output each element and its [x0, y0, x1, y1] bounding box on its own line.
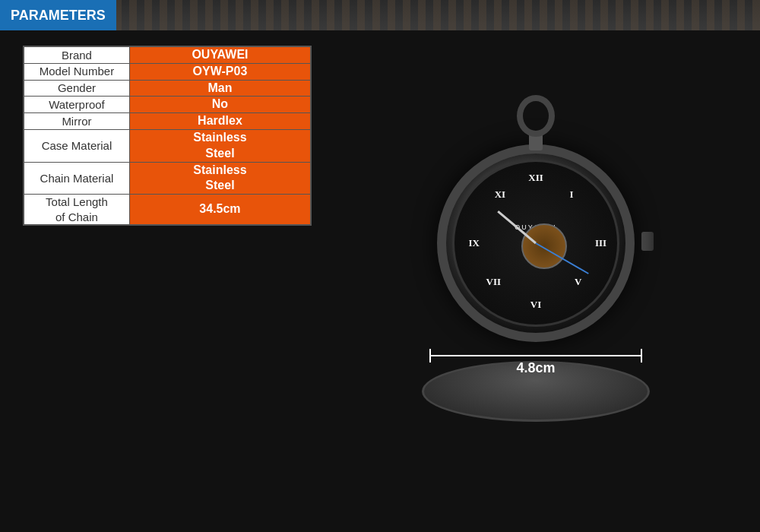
param-label-6: Chain Material	[24, 162, 129, 195]
param-label-4: Mirror	[24, 113, 129, 130]
dimension-label: 4.8cm	[516, 360, 555, 376]
watch-face: OUYAWEI XII III VI IX I XI VII V	[452, 160, 619, 327]
watch-ring	[517, 95, 555, 137]
watch-crown	[641, 232, 654, 251]
param-label-0: Brand	[24, 46, 129, 63]
param-value-7: 34.5cm	[129, 195, 311, 226]
param-value-1: OYW-P03	[129, 63, 311, 80]
param-label-3: Waterproof	[24, 97, 129, 113]
param-value-0: OUYAWEI	[129, 46, 311, 63]
numeral-12: XII	[528, 172, 543, 184]
parameters-badge: PARAMETERS	[0, 0, 116, 30]
table-row: MirrorHardlex	[24, 113, 311, 130]
param-label-7: Total Length of Chain	[24, 195, 129, 226]
param-value-4: Hardlex	[129, 113, 311, 130]
numeral-1: I	[570, 188, 574, 201]
watch-panel: OUYAWEI XII III VI IX I XI VII V	[312, 30, 760, 532]
param-value-5: Stainless Steel	[129, 129, 311, 162]
table-row: Chain MaterialStainless Steel	[24, 162, 311, 195]
table-row: Total Length of Chain34.5cm	[24, 195, 311, 226]
watch-container: OUYAWEI XII III VI IX I XI VII V	[391, 80, 680, 460]
numeral-7: VII	[486, 276, 502, 288]
param-label-1: Model Number	[24, 63, 129, 80]
param-label-5: Case Material	[24, 129, 129, 162]
numeral-5: V	[575, 276, 581, 288]
watch-case: OUYAWEI XII III VI IX I XI VII V	[437, 144, 635, 342]
main-content: BrandOUYAWEIModel NumberOYW-P03GenderMan…	[0, 30, 760, 532]
param-value-3: No	[129, 97, 311, 113]
numeral-3: III	[595, 237, 606, 249]
numeral-9: IX	[468, 237, 479, 249]
dimension-line	[429, 355, 642, 356]
param-value-2: Man	[129, 80, 311, 97]
table-row: Case MaterialStainless Steel	[24, 129, 311, 162]
table-row: GenderMan	[24, 80, 311, 97]
param-label-2: Gender	[24, 80, 129, 97]
decorative-header: PARAMETERS	[0, 0, 760, 30]
param-value-6: Stainless Steel	[129, 162, 311, 195]
dimension-annotation: 4.8cm	[429, 355, 642, 376]
table-row: BrandOUYAWEI	[24, 46, 311, 63]
numeral-11: XI	[495, 188, 505, 201]
table-row: WaterproofNo	[24, 97, 311, 113]
parameters-table: BrandOUYAWEIModel NumberOYW-P03GenderMan…	[23, 46, 312, 226]
parameters-panel: BrandOUYAWEIModel NumberOYW-P03GenderMan…	[0, 30, 312, 532]
table-row: Model NumberOYW-P03	[24, 63, 311, 80]
numeral-6: VI	[530, 299, 541, 311]
